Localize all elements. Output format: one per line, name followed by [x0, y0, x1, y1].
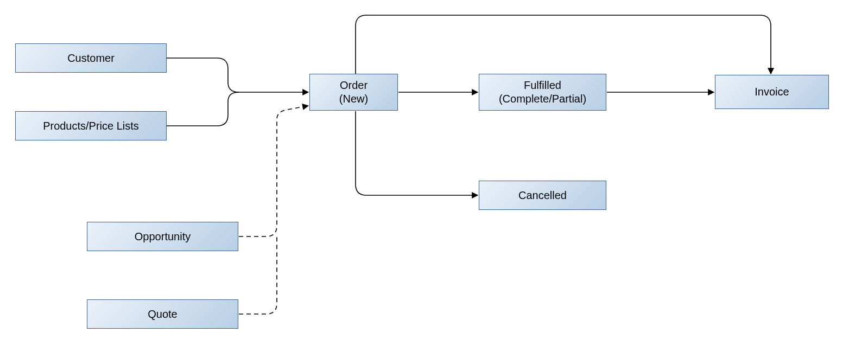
node-quote: Quote — [87, 299, 238, 329]
node-quote-label: Quote — [148, 308, 177, 321]
node-invoice-label: Invoice — [755, 85, 789, 99]
node-fulfilled: Fulfilled (Complete/Partial) — [479, 74, 606, 111]
node-products-price-lists: Products/Price Lists — [15, 111, 167, 140]
node-fulfilled-line1: Fulfilled — [524, 79, 561, 91]
node-cancelled-label: Cancelled — [518, 189, 567, 202]
node-customer-label: Customer — [67, 52, 115, 65]
node-fulfilled-label: Fulfilled (Complete/Partial) — [499, 79, 586, 106]
diagram-canvas: Customer Products/Price Lists Opportunit… — [0, 0, 868, 352]
node-opportunity: Opportunity — [87, 222, 238, 251]
node-order-label: Order (New) — [339, 79, 368, 106]
node-order-line1: Order — [340, 79, 368, 91]
node-order-line2: (New) — [339, 93, 368, 105]
node-order-new: Order (New) — [309, 74, 398, 111]
node-invoice: Invoice — [715, 75, 829, 109]
node-cancelled: Cancelled — [479, 181, 606, 210]
node-products-label: Products/Price Lists — [43, 119, 139, 133]
node-opportunity-label: Opportunity — [135, 230, 191, 244]
node-fulfilled-line2: (Complete/Partial) — [499, 93, 586, 105]
node-customer: Customer — [15, 43, 167, 73]
